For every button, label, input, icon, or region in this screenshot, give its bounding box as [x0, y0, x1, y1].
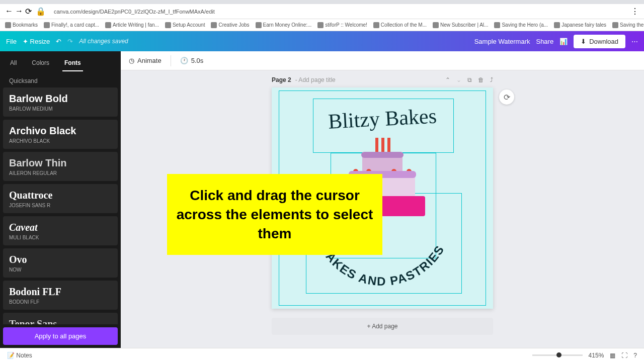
bookmark-item[interactable]: Bookmarks: [5, 22, 38, 28]
regenerate-icon[interactable]: ⟳: [499, 89, 514, 105]
resize-button[interactable]: ✦ Resize: [23, 38, 50, 45]
grid-view-icon[interactable]: ▦: [610, 352, 615, 359]
lock-icon: 🔒: [36, 7, 46, 16]
canvas-area[interactable]: ◷Animate 🕐5.0s Page 2 - Add page title ⌃…: [121, 51, 644, 348]
more-icon[interactable]: ⋯: [631, 38, 638, 45]
bookmark-item[interactable]: Saving the Hero (a...: [612, 22, 644, 28]
zoom-slider[interactable]: [532, 354, 583, 356]
share-button[interactable]: Share: [536, 38, 553, 45]
apply-all-button[interactable]: Apply to all pages: [3, 327, 118, 345]
zoom-value[interactable]: 415%: [589, 352, 604, 359]
notes-button[interactable]: 📝 Notes: [7, 352, 32, 359]
redo-icon[interactable]: ↷: [67, 38, 73, 45]
font-item[interactable]: Bodoni FLFBODONI FLF: [3, 281, 118, 310]
fonts-list[interactable]: Quicksand Barlow BoldBarlow MediumArchiv…: [0, 71, 121, 324]
bottom-bar: 📝 Notes 415% ▦ ⛶ ?: [0, 348, 644, 362]
forward-icon[interactable]: →: [15, 7, 23, 16]
undo-icon[interactable]: ↶: [56, 38, 61, 45]
insights-icon[interactable]: 📊: [559, 38, 568, 45]
font-item[interactable]: QuattroceJOSEFIN SANS R: [3, 184, 118, 213]
tab-fonts[interactable]: Fonts: [62, 55, 83, 71]
reload-icon[interactable]: ⟳: [25, 7, 32, 16]
font-item[interactable]: Tenor Sans: [3, 313, 118, 324]
bookmark-item[interactable]: Article Writing | fan...: [105, 22, 159, 28]
font-item[interactable]: Barlow ThinAILERON REGULAR: [3, 152, 118, 181]
bookmark-item[interactable]: Collection of the M...: [373, 22, 427, 28]
bookmark-item[interactable]: Saving the Hero (a...: [494, 22, 548, 28]
url-text[interactable]: canva.com/design/DAE2pnPC0_I/2zlQOz-zM_I…: [50, 9, 627, 15]
font-item[interactable]: Quicksand: [3, 74, 118, 87]
address-bar: ← → ⟳ 🔒 canva.com/design/DAE2pnPC0_I/2zl…: [0, 4, 644, 19]
font-item[interactable]: Barlow BoldBarlow Medium: [3, 87, 118, 117]
bookmark-item[interactable]: stiforP :: Welcome!: [317, 22, 367, 28]
extension-icons[interactable]: ⋮: [631, 7, 639, 16]
font-item[interactable]: Archivo BlackARCHIVO BLACK: [3, 120, 118, 149]
document-name[interactable]: Sample Watermark: [474, 38, 530, 45]
download-button[interactable]: ⬇Download: [574, 35, 625, 48]
page-up-icon[interactable]: ⌃: [445, 76, 450, 83]
font-item[interactable]: OvoNow: [3, 248, 118, 278]
page-title-input[interactable]: - Add page title: [295, 76, 336, 83]
bookmark-item[interactable]: Japanese fairy tales: [554, 22, 606, 28]
bookmark-item[interactable]: Finally!, a card capt...: [44, 22, 99, 28]
page-header: Page 2 - Add page title ⌃ ⌄ ⧉ 🗑 ⤴: [272, 76, 493, 83]
bookmark-item[interactable]: Earn Money Online:...: [256, 22, 312, 28]
font-item[interactable]: CaveatMULI BLACK: [3, 216, 118, 245]
page-label: Page 2: [272, 76, 291, 83]
instruction-callout: Click and drag the cursor across the ele…: [167, 174, 382, 255]
bookmark-item[interactable]: Setup Account: [165, 22, 205, 28]
back-icon[interactable]: ←: [5, 7, 13, 16]
more-page-icon[interactable]: ⤴: [490, 76, 493, 83]
bookmark-item[interactable]: Creative Jobs: [211, 22, 249, 28]
page-down-icon[interactable]: ⌄: [456, 76, 461, 83]
browser-tabs: [0, 0, 644, 4]
save-status: All changes saved: [79, 38, 128, 45]
file-menu[interactable]: File: [6, 38, 17, 45]
bookmark-item[interactable]: New Subscriber | Al...: [433, 22, 488, 28]
tab-all[interactable]: All: [8, 55, 19, 71]
add-page-button[interactable]: + Add page: [272, 318, 493, 335]
animate-button[interactable]: ◷Animate: [129, 57, 162, 64]
duplicate-icon[interactable]: ⧉: [467, 76, 472, 83]
download-icon: ⬇: [581, 38, 586, 45]
fonts-sidebar: All Colors Fonts Quicksand Barlow BoldBa…: [0, 51, 121, 348]
delete-icon[interactable]: 🗑: [478, 76, 484, 83]
fullscreen-icon[interactable]: ⛶: [621, 352, 627, 359]
clock-icon: 🕐: [180, 57, 188, 64]
animate-icon: ◷: [129, 57, 134, 64]
bookmarks-bar: Bookmarks Finally!, a card capt... Artic…: [0, 19, 644, 31]
help-icon[interactable]: ?: [633, 352, 637, 359]
duration-button[interactable]: 🕐5.0s: [180, 57, 204, 64]
app-toolbar: File ✦ Resize ↶ ↷ All changes saved Samp…: [0, 31, 644, 51]
tab-colors[interactable]: Colors: [30, 55, 51, 71]
context-toolbar: ◷Animate 🕐5.0s: [121, 51, 644, 70]
